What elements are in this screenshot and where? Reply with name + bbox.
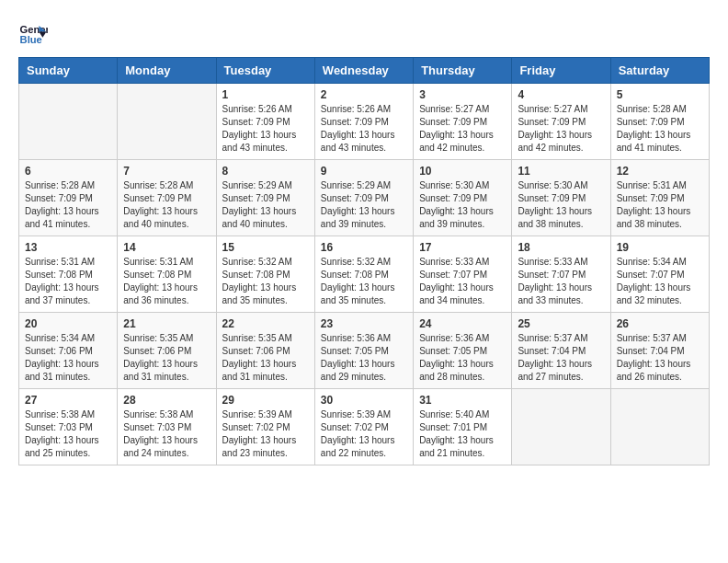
day-info: Sunrise: 5:27 AM Sunset: 7:09 PM Dayligh… [419, 103, 506, 155]
calendar-cell: 14Sunrise: 5:31 AM Sunset: 7:08 PM Dayli… [118, 236, 216, 313]
day-info: Sunrise: 5:38 AM Sunset: 7:03 PM Dayligh… [123, 408, 210, 460]
day-info: Sunrise: 5:27 AM Sunset: 7:09 PM Dayligh… [518, 103, 604, 155]
day-of-week-header: Wednesday [314, 58, 413, 84]
calendar-cell: 19Sunrise: 5:34 AM Sunset: 7:07 PM Dayli… [610, 236, 709, 313]
calendar-cell: 9Sunrise: 5:29 AM Sunset: 7:09 PM Daylig… [314, 160, 413, 236]
day-number: 15 [222, 241, 309, 254]
day-number: 8 [222, 165, 309, 178]
calendar-cell: 25Sunrise: 5:37 AM Sunset: 7:04 PM Dayli… [512, 313, 610, 389]
calendar-cell: 26Sunrise: 5:37 AM Sunset: 7:04 PM Dayli… [610, 313, 709, 389]
day-number: 13 [25, 241, 111, 254]
calendar-week-row: 1Sunrise: 5:26 AM Sunset: 7:09 PM Daylig… [19, 84, 710, 160]
calendar-table: SundayMondayTuesdayWednesdayThursdayFrid… [18, 57, 710, 465]
calendar-cell: 3Sunrise: 5:27 AM Sunset: 7:09 PM Daylig… [414, 84, 512, 160]
calendar-cell: 11Sunrise: 5:30 AM Sunset: 7:09 PM Dayli… [512, 160, 610, 236]
day-number: 4 [518, 88, 604, 101]
day-info: Sunrise: 5:36 AM Sunset: 7:05 PM Dayligh… [419, 332, 506, 384]
logo-icon: General Blue [18, 18, 48, 48]
calendar-cell: 16Sunrise: 5:32 AM Sunset: 7:08 PM Dayli… [314, 236, 413, 313]
day-number: 6 [25, 165, 111, 178]
calendar-cell: 15Sunrise: 5:32 AM Sunset: 7:08 PM Dayli… [216, 236, 314, 313]
day-number: 10 [419, 165, 506, 178]
day-number: 27 [25, 394, 111, 407]
day-info: Sunrise: 5:26 AM Sunset: 7:09 PM Dayligh… [222, 103, 309, 155]
day-info: Sunrise: 5:37 AM Sunset: 7:04 PM Dayligh… [518, 332, 604, 384]
calendar-cell: 8Sunrise: 5:29 AM Sunset: 7:09 PM Daylig… [216, 160, 314, 236]
day-info: Sunrise: 5:35 AM Sunset: 7:06 PM Dayligh… [123, 332, 210, 384]
day-number: 25 [518, 317, 604, 330]
calendar-cell: 12Sunrise: 5:31 AM Sunset: 7:09 PM Dayli… [610, 160, 709, 236]
day-number: 1 [222, 88, 309, 101]
calendar-cell: 10Sunrise: 5:30 AM Sunset: 7:09 PM Dayli… [414, 160, 512, 236]
calendar-cell: 5Sunrise: 5:28 AM Sunset: 7:09 PM Daylig… [610, 84, 709, 160]
calendar-cell: 7Sunrise: 5:28 AM Sunset: 7:09 PM Daylig… [118, 160, 216, 236]
day-number: 30 [321, 394, 407, 407]
day-info: Sunrise: 5:40 AM Sunset: 7:01 PM Dayligh… [419, 408, 506, 460]
calendar-cell [610, 389, 709, 465]
day-info: Sunrise: 5:38 AM Sunset: 7:03 PM Dayligh… [25, 408, 111, 460]
day-info: Sunrise: 5:30 AM Sunset: 7:09 PM Dayligh… [419, 179, 506, 231]
day-info: Sunrise: 5:39 AM Sunset: 7:02 PM Dayligh… [222, 408, 309, 460]
day-of-week-header: Sunday [19, 58, 118, 84]
calendar-cell: 4Sunrise: 5:27 AM Sunset: 7:09 PM Daylig… [512, 84, 610, 160]
calendar-week-row: 20Sunrise: 5:34 AM Sunset: 7:06 PM Dayli… [19, 313, 710, 389]
calendar-cell [118, 84, 216, 160]
day-number: 20 [25, 317, 111, 330]
day-number: 22 [222, 317, 309, 330]
day-number: 2 [321, 88, 407, 101]
calendar-cell: 24Sunrise: 5:36 AM Sunset: 7:05 PM Dayli… [414, 313, 512, 389]
day-number: 18 [518, 241, 604, 254]
day-number: 5 [617, 88, 703, 101]
svg-text:Blue: Blue [20, 34, 42, 45]
day-number: 3 [419, 88, 506, 101]
day-info: Sunrise: 5:30 AM Sunset: 7:09 PM Dayligh… [518, 179, 604, 231]
day-number: 11 [518, 165, 604, 178]
day-number: 19 [617, 241, 703, 254]
day-of-week-header: Friday [512, 58, 610, 84]
day-info: Sunrise: 5:31 AM Sunset: 7:08 PM Dayligh… [123, 256, 210, 307]
day-number: 21 [123, 317, 210, 330]
day-number: 26 [617, 317, 703, 330]
day-info: Sunrise: 5:29 AM Sunset: 7:09 PM Dayligh… [222, 179, 309, 231]
day-number: 17 [419, 241, 506, 254]
day-info: Sunrise: 5:34 AM Sunset: 7:06 PM Dayligh… [25, 332, 111, 384]
calendar-cell: 30Sunrise: 5:39 AM Sunset: 7:02 PM Dayli… [314, 389, 413, 465]
day-of-week-header: Monday [118, 58, 216, 84]
day-of-week-header: Saturday [610, 58, 709, 84]
calendar-cell: 18Sunrise: 5:33 AM Sunset: 7:07 PM Dayli… [512, 236, 610, 313]
day-info: Sunrise: 5:36 AM Sunset: 7:05 PM Dayligh… [321, 332, 407, 384]
day-of-week-header: Thursday [414, 58, 512, 84]
day-number: 7 [123, 165, 210, 178]
calendar-cell: 17Sunrise: 5:33 AM Sunset: 7:07 PM Dayli… [414, 236, 512, 313]
calendar-week-row: 13Sunrise: 5:31 AM Sunset: 7:08 PM Dayli… [19, 236, 710, 313]
calendar-cell: 22Sunrise: 5:35 AM Sunset: 7:06 PM Dayli… [216, 313, 314, 389]
day-info: Sunrise: 5:26 AM Sunset: 7:09 PM Dayligh… [321, 103, 407, 155]
calendar-week-row: 6Sunrise: 5:28 AM Sunset: 7:09 PM Daylig… [19, 160, 710, 236]
day-number: 16 [321, 241, 407, 254]
day-number: 23 [321, 317, 407, 330]
day-number: 14 [123, 241, 210, 254]
day-number: 12 [617, 165, 703, 178]
day-info: Sunrise: 5:28 AM Sunset: 7:09 PM Dayligh… [617, 103, 703, 155]
day-info: Sunrise: 5:33 AM Sunset: 7:07 PM Dayligh… [518, 256, 604, 307]
calendar-cell: 29Sunrise: 5:39 AM Sunset: 7:02 PM Dayli… [216, 389, 314, 465]
day-info: Sunrise: 5:35 AM Sunset: 7:06 PM Dayligh… [222, 332, 309, 384]
calendar-header-row: SundayMondayTuesdayWednesdayThursdayFrid… [19, 58, 710, 84]
day-info: Sunrise: 5:37 AM Sunset: 7:04 PM Dayligh… [617, 332, 703, 384]
calendar-week-row: 27Sunrise: 5:38 AM Sunset: 7:03 PM Dayli… [19, 389, 710, 465]
day-info: Sunrise: 5:32 AM Sunset: 7:08 PM Dayligh… [321, 256, 407, 307]
logo: General Blue [18, 18, 48, 48]
day-info: Sunrise: 5:34 AM Sunset: 7:07 PM Dayligh… [617, 256, 703, 307]
calendar-cell: 31Sunrise: 5:40 AM Sunset: 7:01 PM Dayli… [414, 389, 512, 465]
calendar-cell: 6Sunrise: 5:28 AM Sunset: 7:09 PM Daylig… [19, 160, 118, 236]
day-info: Sunrise: 5:28 AM Sunset: 7:09 PM Dayligh… [123, 179, 210, 231]
calendar-cell: 28Sunrise: 5:38 AM Sunset: 7:03 PM Dayli… [118, 389, 216, 465]
calendar-cell: 1Sunrise: 5:26 AM Sunset: 7:09 PM Daylig… [216, 84, 314, 160]
day-info: Sunrise: 5:31 AM Sunset: 7:09 PM Dayligh… [617, 179, 703, 231]
calendar-cell: 21Sunrise: 5:35 AM Sunset: 7:06 PM Dayli… [118, 313, 216, 389]
calendar-cell [19, 84, 118, 160]
calendar-cell: 23Sunrise: 5:36 AM Sunset: 7:05 PM Dayli… [314, 313, 413, 389]
day-of-week-header: Tuesday [216, 58, 314, 84]
day-info: Sunrise: 5:33 AM Sunset: 7:07 PM Dayligh… [419, 256, 506, 307]
day-info: Sunrise: 5:39 AM Sunset: 7:02 PM Dayligh… [321, 408, 407, 460]
